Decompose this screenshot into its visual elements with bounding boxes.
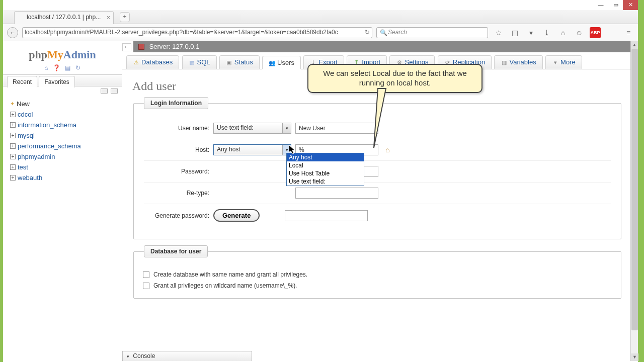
new-tab-button[interactable]: + — [120, 12, 130, 22]
svg-marker-1 — [289, 145, 295, 154]
adblock-icon[interactable]: ABP — [590, 27, 601, 38]
window-maximize[interactable]: ▭ — [609, 0, 623, 10]
tab-users[interactable]: 👥Users — [262, 56, 301, 69]
tree-new[interactable]: ✦ New — [10, 99, 119, 109]
list-icon[interactable]: ▤ — [509, 27, 520, 38]
username-input[interactable] — [295, 123, 378, 134]
login-legend: Login Information — [144, 97, 208, 109]
hamburger-menu-icon[interactable]: ≡ — [623, 27, 634, 38]
db-name: information_schema — [18, 121, 76, 129]
logo-php: php — [29, 48, 47, 61]
url-bar[interactable]: localhost/phpmyadmin/#PMAURL-2:server_pr… — [22, 27, 372, 38]
retype-label: Re-type: — [144, 190, 209, 197]
phpmyadmin-logo: phpMyAdmin — [3, 41, 122, 63]
expand-icon[interactable]: + — [10, 175, 16, 180]
host-option[interactable]: Local — [287, 161, 364, 169]
expand-icon[interactable]: + — [10, 133, 16, 138]
window-minimize[interactable]: — — [594, 0, 608, 10]
host-dropdown-list: Any host Local Use Host Table Use text f… — [286, 153, 364, 186]
db-name: cdcol — [18, 111, 33, 118]
db-name: performance_schema — [18, 142, 81, 150]
host-label: Host: — [144, 146, 209, 153]
reload-small-icon[interactable]: ↻ — [75, 64, 80, 71]
db-name: test — [18, 163, 28, 171]
browser-tab[interactable]: localhost / 127.0.0.1 | php... × — [14, 11, 114, 24]
favorites-tab[interactable]: Favorites — [39, 76, 74, 87]
expand-icon[interactable]: + — [10, 154, 16, 159]
console-label: Console — [133, 352, 155, 359]
server-icon — [138, 44, 144, 50]
username-label: User name: — [144, 125, 209, 132]
create-db-checkbox[interactable] — [143, 272, 149, 278]
nav-collapse-handle[interactable]: ← — [122, 43, 131, 51]
reload-icon[interactable]: ↻ — [365, 29, 370, 36]
generated-password-input[interactable] — [285, 210, 368, 221]
server-label: Server: — [149, 43, 171, 50]
back-button[interactable]: ← — [7, 27, 18, 38]
callout-text: We can select Local due to the fact that… — [323, 69, 467, 87]
downloads-icon[interactable]: ⭳ — [541, 27, 552, 38]
host-option[interactable]: Use text field: — [287, 177, 364, 186]
home-small-icon[interactable]: ⌂ — [44, 64, 48, 71]
tree-db[interactable]: +test — [10, 162, 119, 172]
variables-icon: ▥ — [501, 59, 507, 66]
host-mode-select[interactable]: Any host ▾ — [213, 144, 291, 155]
breadcrumb-server[interactable]: Server: 127.0.0.1 — [133, 41, 638, 52]
tree-db[interactable]: +webauth — [10, 172, 119, 183]
scroll-up-icon[interactable]: ▲ — [631, 41, 638, 49]
settings-small-icon[interactable]: ▤ — [65, 64, 70, 71]
dbfor-legend: Database for user — [144, 245, 208, 257]
sql-icon: ▩ — [189, 59, 195, 66]
scroll-down-icon[interactable]: ▼ — [631, 353, 638, 361]
collapse-all-icon[interactable] — [101, 88, 108, 94]
username-mode-select[interactable]: Use text field: ▾ — [213, 123, 291, 134]
console-caret-icon: ▾ — [127, 354, 129, 359]
databases-icon: ⚠ — [133, 59, 139, 66]
tab-databases[interactable]: ⚠Databases — [126, 55, 179, 69]
home-icon[interactable]: ⌂ — [557, 27, 569, 38]
tree-db[interactable]: +performance_schema — [10, 141, 119, 151]
recent-tab[interactable]: Recent — [7, 76, 37, 87]
tab-more[interactable]: ▾More — [545, 55, 582, 69]
tab-variables[interactable]: ▥Variables — [494, 55, 542, 69]
db-name: mysql — [18, 132, 35, 139]
expand-icon[interactable]: + — [10, 122, 16, 128]
bookmark-icon[interactable]: ☆ — [493, 27, 504, 38]
new-db-icon: ✦ — [10, 101, 15, 107]
status-icon: ▣ — [226, 59, 232, 66]
retype-input[interactable] — [295, 188, 378, 199]
tab-close-icon[interactable]: × — [107, 14, 110, 21]
pocket-icon[interactable]: ▾ — [525, 27, 536, 38]
scrollbar[interactable]: ▲ ▼ — [630, 41, 638, 361]
host-option[interactable]: Any host — [287, 153, 364, 161]
tab-status[interactable]: ▣Status — [219, 55, 260, 69]
chat-icon[interactable]: ☺ — [574, 27, 585, 38]
expand-icon[interactable]: + — [10, 112, 16, 117]
expand-icon[interactable]: + — [10, 143, 16, 149]
database-tree: ✦ New +cdcol +information_schema +mysql … — [3, 97, 122, 185]
host-option[interactable]: Use Host Table — [287, 169, 364, 177]
database-for-user-group: Database for user Create database with s… — [133, 251, 621, 299]
url-text: localhost/phpmyadmin/#PMAURL-2:server_pr… — [25, 29, 338, 36]
scroll-thumb[interactable] — [631, 49, 638, 330]
search-box[interactable]: 🔍 Search — [376, 27, 488, 38]
tab-sql[interactable]: ▩SQL — [182, 55, 217, 69]
help-small-icon[interactable]: ❓ — [53, 64, 60, 71]
grant-wildcard-checkbox[interactable] — [143, 283, 149, 289]
more-icon: ▾ — [552, 59, 558, 66]
tree-db[interactable]: +phpmyadmin — [10, 151, 119, 162]
tree-db[interactable]: +mysql — [10, 130, 119, 141]
generate-password-label: Generate password: — [144, 212, 209, 219]
logo-my: My — [47, 48, 63, 61]
generate-button[interactable]: Generate — [213, 209, 260, 222]
username-mode-value: Use text field: — [217, 124, 254, 131]
tree-db[interactable]: +information_schema — [10, 120, 119, 130]
console-bar[interactable]: ▾ Console — [122, 351, 252, 361]
search-placeholder: Search — [388, 29, 407, 36]
users-icon: 👥 — [269, 60, 275, 66]
link-icon[interactable] — [111, 88, 118, 94]
db-name: webauth — [18, 174, 42, 182]
expand-icon[interactable]: + — [10, 164, 16, 170]
window-close[interactable]: ✕ — [623, 0, 638, 10]
tree-db[interactable]: +cdcol — [10, 109, 119, 120]
